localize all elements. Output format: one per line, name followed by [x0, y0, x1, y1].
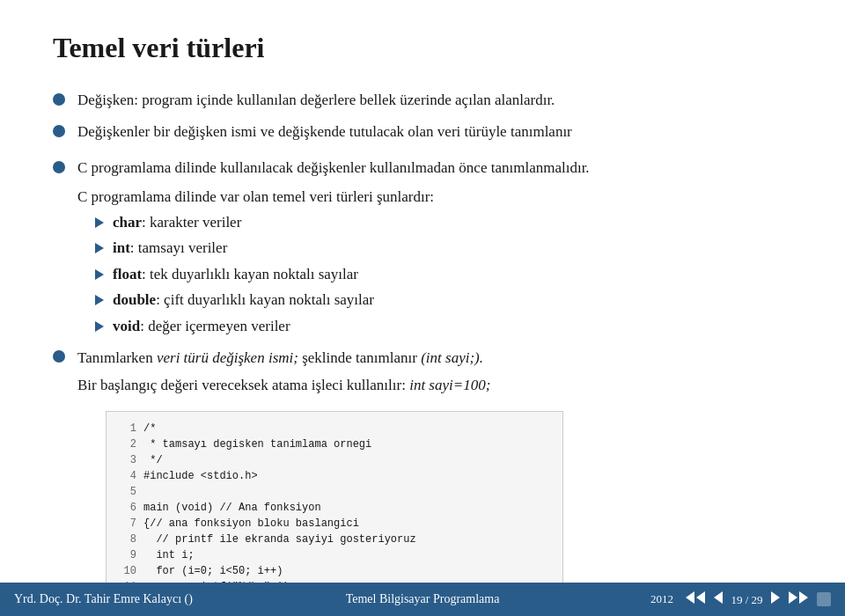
bullet-dot-icon: [53, 350, 65, 363]
line-number: 5: [119, 484, 136, 500]
line-code: main (void) // Ana fonksiyon: [143, 500, 550, 516]
sub-bullet-text: double: çift duyarlıklı kayan noktalı sa…: [113, 289, 374, 312]
scroll-indicator: [817, 592, 831, 606]
double-right-icon: [799, 591, 808, 604]
code-block: 1/*2 * tamsayı degisken tanimlama ornegi…: [106, 411, 563, 583]
bullet-dot-icon: [53, 93, 65, 106]
line-number: 4: [119, 468, 136, 484]
line-code: /*: [143, 421, 550, 436]
last-page-btn[interactable]: [789, 591, 808, 604]
list-item: Değişkenler bir değişken ismi ve değişke…: [53, 121, 792, 149]
bullet-text: C programlama dilinde kullanılacak değiş…: [77, 157, 792, 180]
line-code: int i;: [143, 547, 550, 563]
list-item: void: değer içermeyen veriler: [77, 315, 792, 338]
nav-controls: 19 / 29: [686, 591, 808, 607]
code-line: 10 for (i=0; i<50; i++): [119, 563, 550, 579]
left-icon: [714, 591, 723, 604]
code-line: 8 // printf ile ekranda sayiyi gosteriyo…: [119, 532, 550, 547]
list-item: char: karakter veriler: [77, 211, 792, 234]
list-item: float: tek duyarlıklı kayan noktalı sayı…: [77, 263, 792, 286]
code-line: 6main (void) // Ana fonksiyon: [119, 500, 550, 516]
line-code: #include <stdio.h>: [143, 468, 550, 484]
line-number: 9: [119, 547, 136, 563]
page-indicator: 19 / 29: [731, 593, 765, 606]
line-code: // printf ile ekranda sayiyi gosteriyoru…: [143, 532, 550, 547]
arrow-icon: [95, 243, 104, 253]
bullet-dot-icon: [53, 125, 65, 137]
para2: Bir başlangıç değeri vereceksek atama iş…: [53, 373, 792, 397]
code-line: 9 int i;: [119, 547, 550, 563]
slide-content: Temel veri türleri Değişken: program içi…: [0, 0, 845, 583]
line-number: 1: [119, 421, 136, 436]
code-line: 5: [119, 484, 550, 500]
line-number: 6: [119, 500, 136, 516]
list-item: Değişken: program içinde kullanılan değe…: [53, 89, 792, 112]
list-item: double: çift duyarlıklı kayan noktalı sa…: [77, 289, 792, 312]
para1: Tanımlarken veri türü değişken ismi; şek…: [53, 346, 792, 370]
next-page-btn[interactable]: [771, 591, 780, 604]
prev-page-btn[interactable]: [714, 591, 723, 604]
code-line: 2 * tamsayı degisken tanimlama ornegi: [119, 436, 550, 452]
list-item: int: tamsayı veriler: [77, 237, 792, 260]
arrow-icon: [95, 269, 104, 280]
line-number: 3: [119, 452, 136, 468]
footer-nav: 2012 19 / 29: [627, 591, 831, 607]
bullet-text: Değişken: program içinde kullanılan değe…: [77, 89, 792, 112]
code-line: 7{// ana fonksiyon bloku baslangici: [119, 516, 550, 532]
code-line: 1/*: [119, 421, 550, 436]
bullet-text: Değişkenler bir değişken ismi ve değişke…: [77, 121, 792, 149]
line-code: for (i=0; i<50; i++): [143, 563, 550, 579]
list-item: C programlama dilinde kullanılacak değiş…: [53, 157, 792, 180]
line-code: {// ana fonksiyon bloku baslangici: [143, 516, 550, 532]
footer-bar: Yrd. Doç. Dr. Tahir Emre Kalaycı () Teme…: [0, 583, 845, 616]
bullet-dot-icon: [53, 161, 65, 173]
line-number: 7: [119, 516, 136, 532]
subtext-para: C programlama dilinde var olan temel ver…: [77, 188, 792, 338]
line-code: */: [143, 452, 550, 468]
code-line: 3 */: [119, 452, 550, 468]
footer-title: Temel Bilgisayar Programlama: [218, 592, 627, 606]
right-icon: [789, 591, 797, 604]
code-line: 4#include <stdio.h>: [119, 468, 550, 484]
para1-text: Tanımlarken veri türü değişken ismi; şek…: [77, 346, 483, 370]
arrow-icon: [95, 217, 104, 228]
main-bullet-list: Değişken: program içinde kullanılan değe…: [53, 89, 792, 180]
footer-author: Yrd. Doç. Dr. Tahir Emre Kalaycı (): [14, 592, 218, 606]
sub-bullet-text: char: karakter veriler: [113, 211, 241, 234]
sub-bullet-text: void: değer içermeyen veriler: [113, 315, 290, 338]
arrow-icon: [95, 295, 104, 305]
sub-bullet-text: int: tamsayı veriler: [113, 237, 227, 260]
left-icon: [696, 591, 705, 604]
double-left-icon: [686, 591, 694, 604]
line-number: 2: [119, 436, 136, 452]
line-number: 10: [119, 563, 136, 579]
sub-bullet-list: char: karakter veriler int: tamsayı veri…: [77, 211, 792, 338]
line-number: 8: [119, 532, 136, 547]
line-code: [143, 484, 550, 500]
right-icon: [771, 591, 780, 604]
line-code: * tamsayı degisken tanimlama ornegi: [143, 436, 550, 452]
sub-bullet-text: float: tek duyarlıklı kayan noktalı sayı…: [113, 263, 358, 286]
first-page-btn[interactable]: [686, 591, 705, 604]
slide-title: Temel veri türleri: [53, 32, 792, 64]
footer-year: 2012: [650, 592, 673, 606]
arrow-icon: [95, 321, 104, 332]
